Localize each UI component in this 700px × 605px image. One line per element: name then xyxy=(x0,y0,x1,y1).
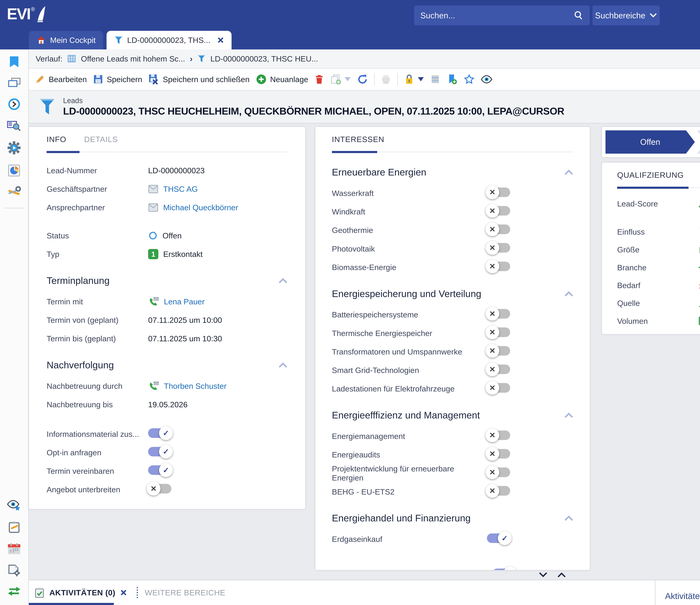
lock-button[interactable] xyxy=(404,74,424,85)
section-title: Energiehandel und Finanzierung xyxy=(332,513,471,524)
save-and-close-button[interactable]: Speichern und schließen xyxy=(148,74,250,85)
preview-title: Aktivitätenvorschau xyxy=(665,591,700,601)
trend-up-icon xyxy=(698,199,700,209)
copy-dropdown-caret-icon[interactable] xyxy=(345,77,351,81)
interessen-panel: INTERESSEN Erneuerbare Energien Wasserkr… xyxy=(316,127,590,570)
save-button[interactable]: Speichern xyxy=(93,74,142,84)
collapse-chevron-icon[interactable] xyxy=(278,362,288,368)
interest-label: Thermische Energiespeicher xyxy=(332,329,487,338)
search-list-icon[interactable] xyxy=(7,120,21,131)
toggle-thermische[interactable] xyxy=(487,328,510,337)
tab-label: LD-0000000023, THS... xyxy=(127,35,210,45)
tab-mein-cockpit[interactable]: Mein Cockpit xyxy=(29,31,103,49)
bookmarks-icon[interactable] xyxy=(8,55,20,68)
watch-eye-button[interactable] xyxy=(481,74,492,84)
toggle-biomasse[interactable] xyxy=(487,262,510,271)
field-row: Nachbetreuung durch Thorben Schuster xyxy=(47,377,287,395)
notes-icon[interactable] xyxy=(8,521,20,534)
lock-dropdown-caret-icon[interactable] xyxy=(418,77,424,81)
contact-person-link[interactable]: Michael Queckbörner xyxy=(163,203,238,212)
process-settings-icon[interactable] xyxy=(7,141,21,155)
toggle-batteriespeicher[interactable] xyxy=(487,309,510,319)
interest-label: Smart Grid-Technologien xyxy=(332,366,487,375)
toggle-projektentwicklung[interactable] xyxy=(487,467,510,477)
toggle-label: Termin vereinbaren xyxy=(47,466,148,476)
search-input[interactable] xyxy=(420,11,573,20)
report-icon[interactable] xyxy=(7,164,21,177)
type-one-icon: 1 xyxy=(148,249,158,259)
tab-details[interactable]: DETAILS xyxy=(84,135,118,144)
bookmark-add-button[interactable] xyxy=(447,74,457,85)
toggle-photovoltaik[interactable] xyxy=(487,243,510,252)
toggle-wasserkraft[interactable] xyxy=(487,188,510,197)
toggle-opt-in[interactable] xyxy=(148,447,172,457)
toggle-angebot-unterbreiten[interactable] xyxy=(148,484,172,493)
tab-interessen[interactable]: INTERESSEN xyxy=(332,135,384,144)
interest-row: Photovoltaik xyxy=(332,240,573,258)
document-settings-icon[interactable] xyxy=(7,564,21,577)
toggle-windkraft[interactable] xyxy=(487,206,510,216)
tab-info[interactable]: INFO xyxy=(47,135,66,144)
toggle-termin-vereinbaren[interactable] xyxy=(148,465,172,475)
interest-row: Energiemanagement xyxy=(332,427,573,445)
termin-mit-link[interactable]: Lena Pauer xyxy=(164,297,205,306)
tab-aktivitaeten[interactable]: AKTIVITÄTEN (0) xyxy=(29,580,134,605)
toggle-erdgaseinkauf[interactable] xyxy=(487,533,510,543)
close-tab-icon[interactable] xyxy=(217,37,224,44)
process-step-in-bearbeitung[interactable]: In Bearbeitung xyxy=(697,130,700,154)
field-value: 07.11.2025 um 10:30 xyxy=(148,334,287,343)
toggle-energieaudits[interactable] xyxy=(487,449,510,459)
qual-label: Größe xyxy=(617,245,698,254)
interest-label: Projektentwicklung für erneuerbare Energ… xyxy=(332,464,487,482)
history-icon[interactable] xyxy=(7,97,21,111)
scroll-up-icon[interactable] xyxy=(557,572,566,578)
collapse-chevron-icon[interactable] xyxy=(564,412,573,418)
process-step-offen[interactable]: Offen xyxy=(605,130,695,154)
toggle-informationsmaterial[interactable] xyxy=(148,428,172,438)
field-value: 07.11.2025 um 10:00 xyxy=(148,316,287,324)
toggle-smart-grid[interactable] xyxy=(487,365,510,374)
watchlist-icon[interactable] xyxy=(7,500,21,512)
tab-weitere-bereiche[interactable]: WEITERE BEREICHE xyxy=(145,588,225,597)
delete-button[interactable] xyxy=(315,74,324,84)
collapse-chevron-icon[interactable] xyxy=(278,278,288,283)
breadcrumb-level-1[interactable]: Offene Leads mit hohem Sc... xyxy=(81,54,185,63)
calendar-icon[interactable] xyxy=(7,542,21,555)
nachbetreuung-link[interactable]: Thorben Schuster xyxy=(164,382,227,391)
new-record-button[interactable]: Neuanlage xyxy=(256,74,308,85)
pencil-icon xyxy=(35,74,45,84)
favorite-star-button[interactable] xyxy=(464,74,475,85)
business-partner-link[interactable]: THSC AG xyxy=(163,185,198,194)
section-title: Erneuerbare Energien xyxy=(332,167,426,178)
dataset-rows-button[interactable] xyxy=(430,74,440,84)
close-tab-icon[interactable] xyxy=(120,589,127,596)
sync-icon[interactable] xyxy=(7,586,21,597)
search-scope-button[interactable]: Suchbereiche xyxy=(593,5,660,25)
interest-label: Windkraft xyxy=(332,207,487,216)
section-title: Terminplanung xyxy=(47,275,109,286)
collapse-chevron-icon[interactable] xyxy=(564,515,573,521)
admin-tools-icon[interactable] xyxy=(7,186,21,199)
toggle-energiemanagement[interactable] xyxy=(487,431,510,440)
breadcrumb-level-2[interactable]: LD-0000000023, THSC HEU... xyxy=(210,54,318,63)
scroll-down-icon[interactable] xyxy=(539,572,547,578)
copy-record-button[interactable] xyxy=(330,74,351,85)
edit-button[interactable]: Bearbeiten xyxy=(35,74,87,84)
tab-record[interactable]: LD-0000000023, THS... xyxy=(106,31,231,49)
toggle-transformatoren[interactable] xyxy=(487,346,510,356)
toggle-row: Termin vereinbaren xyxy=(47,462,287,480)
collapse-chevron-icon[interactable] xyxy=(564,169,573,175)
interest-row: BEHG - EU-ETS2 xyxy=(332,482,573,501)
open-windows-icon[interactable] xyxy=(7,77,21,89)
phone-contact-icon xyxy=(148,381,159,391)
refresh-button[interactable] xyxy=(357,74,368,85)
search-icon[interactable] xyxy=(573,10,583,20)
active-tab-underline xyxy=(47,151,79,153)
toggle-geothermie[interactable] xyxy=(487,224,510,234)
tab-qualifzierung[interactable]: QUALIFZIERUNG xyxy=(617,170,684,179)
toggle-behg[interactable] xyxy=(487,486,510,495)
toggle-ladestationen[interactable] xyxy=(487,383,510,393)
print-button[interactable] xyxy=(381,74,391,84)
collapse-chevron-icon[interactable] xyxy=(564,291,573,296)
interest-label: Geothermie xyxy=(332,226,487,235)
